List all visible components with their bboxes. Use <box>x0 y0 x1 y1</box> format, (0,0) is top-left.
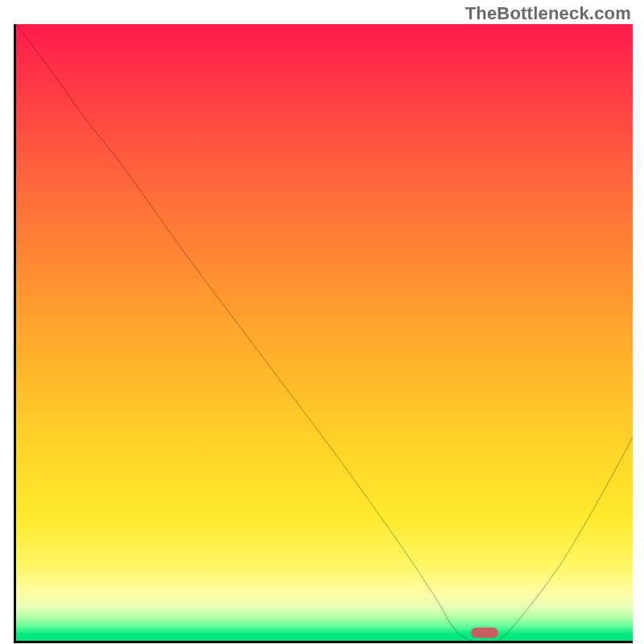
chart-container: TheBottleneck.com <box>0 0 644 644</box>
plot-area <box>14 24 633 643</box>
curve-path <box>16 24 633 641</box>
bottleneck-curve <box>16 24 633 641</box>
optimum-marker <box>471 628 498 638</box>
watermark-text: TheBottleneck.com <box>465 3 631 24</box>
